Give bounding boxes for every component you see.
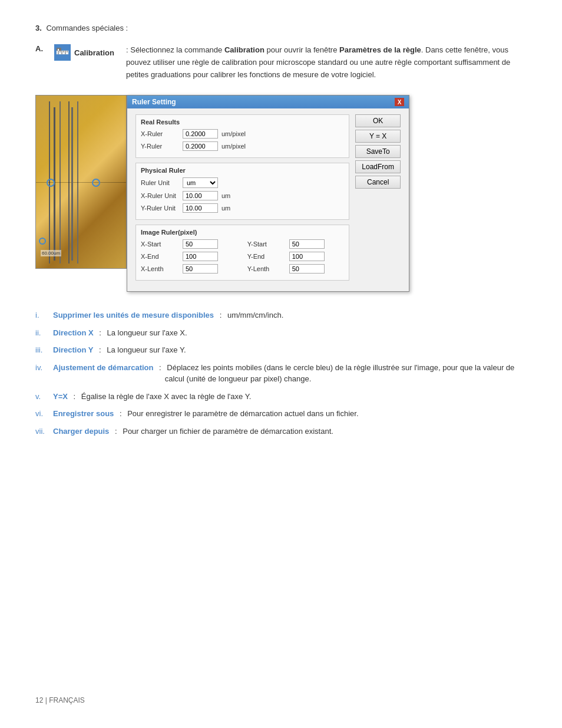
dialog-main: Real Results X-Ruler um/pixel Y-Ruler um…: [135, 114, 349, 285]
x-start-row: X-Start: [141, 239, 238, 249]
x-len-label: X-Lenth: [141, 265, 179, 272]
section-number-text: 3.: [35, 24, 42, 32]
list-item-2-key: Direction X: [53, 327, 94, 339]
list-item-1-numeral: i.: [35, 309, 49, 321]
list-item-5-numeral: v.: [35, 391, 49, 403]
list-item-3-value: La longueur sur l'axe Y.: [105, 344, 527, 356]
list-item-4-key: Ajustement de démarcation: [53, 362, 154, 374]
section-number: 3. Commandes spéciales :: [35, 24, 527, 32]
list-item-1-value: um/mm/cm/inch.: [225, 309, 527, 321]
list-item-3-sep: :: [97, 344, 101, 356]
list-item-4-value: Déplacez les points mobiles (dans le cer…: [165, 362, 527, 385]
list-item-7-sep: :: [113, 426, 117, 437]
x-ruler-unit: um/pixel: [222, 130, 246, 137]
list-item-5-key: Y=X: [53, 391, 68, 403]
y-ruler-unit-input[interactable]: [183, 203, 218, 213]
list-item-4-sep: :: [157, 362, 161, 374]
svg-rect-8: [58, 49, 59, 51]
list-item-3: iii. Direction Y : La longueur sur l'axe…: [35, 344, 527, 356]
list-item-2-value: La longueur sur l'axe X.: [105, 327, 527, 339]
yex-button[interactable]: Y = X: [355, 130, 401, 143]
list-item-7-key: Charger depuis: [53, 426, 109, 437]
x-start-input[interactable]: [183, 239, 218, 249]
x-end-input[interactable]: [183, 252, 218, 261]
image-ruler-legend: Image Ruler(pixel): [141, 229, 344, 236]
y-start-label: Y-Start: [247, 241, 286, 248]
microscope-preview: 60.00um: [35, 95, 127, 269]
x-ruler-row: X-Ruler um/pixel: [141, 129, 344, 139]
list-item-5: v. Y=X : Égalise la règle de l'axe X ave…: [35, 391, 527, 403]
ok-button[interactable]: OK: [355, 114, 401, 127]
section-title-text: Commandes spéciales :: [46, 24, 128, 32]
vline-3: [68, 101, 70, 263]
list-item-6-key: Enregistrer sous: [53, 408, 114, 420]
dialog-title: Ruler Setting: [132, 98, 176, 106]
y-ruler-input[interactable]: [183, 141, 218, 151]
y-ruler-unit-row: Y-Ruler Unit um: [141, 203, 344, 213]
calibration-icon: [54, 44, 71, 61]
ruler-unit-row: Ruler Unit um mm: [141, 177, 344, 188]
list-item-1-key: Supprimer les unités de mesure disponibl…: [53, 309, 214, 321]
image-ruler-section: Image Ruler(pixel) X-Start Y-Start: [135, 225, 349, 281]
x-end-row: X-End: [141, 252, 238, 261]
end-row: X-End Y-End: [141, 252, 344, 264]
y-ruler-label: Y-Ruler: [141, 143, 179, 150]
bold-params: Paramètres de la règle: [339, 45, 421, 54]
ruler-unit-label: Ruler Unit: [141, 179, 179, 186]
x-ruler-input[interactable]: [183, 129, 218, 139]
dialog-content: Real Results X-Ruler um/pixel Y-Ruler um…: [127, 108, 409, 291]
calibration-svg-icon: [56, 46, 69, 59]
y-end-label: Y-End: [247, 253, 286, 260]
list-item-2-sep: :: [97, 327, 101, 339]
x-ruler-unit-unit: um: [222, 192, 230, 199]
dialog-window: Ruler Setting X Real Results X-Ruler um/…: [127, 95, 409, 292]
x-end-label: X-End: [141, 253, 179, 260]
physical-ruler-section: Physical Ruler Ruler Unit um mm X-Ruler …: [135, 163, 349, 220]
list-item-6: vi. Enregistrer sous : Pour enregistrer …: [35, 408, 527, 420]
y-len-input[interactable]: [289, 264, 325, 274]
y-ruler-unit: um/pixel: [222, 143, 246, 150]
start-row: X-Start Y-Start: [141, 239, 344, 252]
list-item-3-numeral: iii.: [35, 344, 49, 356]
loadfrom-button[interactable]: LoadFrom: [355, 160, 401, 173]
y-start-row: Y-Start: [247, 239, 345, 249]
description-text: : Sélectionnez la commande Calibration p…: [126, 44, 527, 81]
list-item-6-value: Pour enregistrer le paramètre de démarca…: [125, 408, 527, 420]
list-item-7-numeral: vii.: [35, 426, 49, 437]
y-end-row: Y-End: [247, 252, 345, 261]
x-ruler-unit-row: X-Ruler Unit um: [141, 191, 344, 200]
dialog-area: 60.00um Ruler Setting X Real Results X-R…: [35, 95, 527, 292]
list-item-7: vii. Charger depuis : Pour charger un fi…: [35, 426, 527, 437]
dialog-titlebar: Ruler Setting X: [127, 95, 409, 108]
x-ruler-unit-input[interactable]: [183, 191, 218, 200]
list-item-5-sep: :: [71, 391, 75, 403]
saveto-button[interactable]: SaveTo: [355, 145, 401, 158]
dialog-buttons: OK Y = X SaveTo LoadFrom Cancel: [355, 114, 401, 285]
subsection-label: A.: [35, 44, 47, 53]
list-item-4-numeral: iv.: [35, 362, 49, 374]
x-ruler-unit-label: X-Ruler Unit: [141, 192, 179, 199]
x-len-row: X-Lenth: [141, 264, 238, 274]
real-results-section: Real Results X-Ruler um/pixel Y-Ruler um…: [135, 114, 349, 158]
circle-marker-1: [47, 179, 55, 187]
scale-label: 60.00um: [41, 250, 61, 256]
physical-ruler-legend: Physical Ruler: [141, 167, 344, 174]
footer-language: FRANÇAIS: [49, 696, 85, 704]
list-item-6-numeral: vi.: [35, 408, 49, 420]
y-len-row: Y-Lenth: [247, 264, 345, 274]
y-ruler-row: Y-Ruler um/pixel: [141, 141, 344, 151]
ruler-unit-select[interactable]: um mm: [183, 177, 218, 188]
cancel-button[interactable]: Cancel: [355, 176, 401, 189]
y-start-input[interactable]: [289, 239, 325, 249]
x-len-input[interactable]: [183, 264, 218, 274]
y-ruler-unit-label: Y-Ruler Unit: [141, 205, 179, 212]
dialog-close-button[interactable]: X: [395, 98, 404, 106]
page-number: 12: [35, 696, 43, 704]
list-item-2-numeral: ii.: [35, 327, 49, 339]
list-items: i. Supprimer les unités de mesure dispon…: [35, 309, 527, 437]
x-start-label: X-Start: [141, 241, 179, 248]
list-item-2: ii. Direction X : La longueur sur l'axe …: [35, 327, 527, 339]
list-item-4: iv. Ajustement de démarcation : Déplacez…: [35, 362, 527, 385]
y-end-input[interactable]: [289, 252, 325, 261]
y-len-label: Y-Lenth: [247, 265, 286, 272]
